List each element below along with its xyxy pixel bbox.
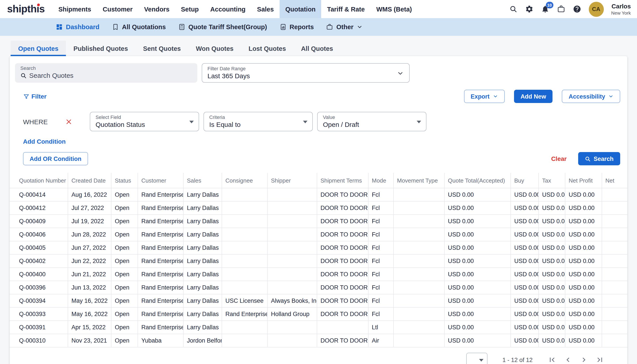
- cell-sales: Larry Dallas: [183, 321, 222, 334]
- tab-all-quotes[interactable]: All Quotes: [293, 41, 341, 56]
- column-header-shipment-terms[interactable]: Shipment Terms: [317, 173, 368, 188]
- column-header-created-date[interactable]: Created Date: [68, 173, 111, 188]
- column-header-mode[interactable]: Mode: [368, 173, 393, 188]
- add-or-condition-button[interactable]: Add OR Condition: [23, 152, 88, 165]
- topnav-item-accounting[interactable]: Accounting: [205, 0, 251, 18]
- pagination: 1 - 12 of 12: [10, 348, 627, 364]
- table-row-q-000394[interactable]: Q-000394May 16, 2022OpenRand Enterprises…: [10, 294, 627, 308]
- cell-movement-type: [393, 201, 444, 214]
- topnav-item-customer[interactable]: Customer: [97, 0, 138, 18]
- table-row-q-000402[interactable]: Q-000402Jun 22, 2022OpenRand Enterprises…: [10, 254, 627, 268]
- tab-published-quotes[interactable]: Published Quotes: [66, 41, 136, 56]
- settings-gear-icon[interactable]: [525, 5, 533, 13]
- topnav-item-shipments[interactable]: Shipments: [53, 0, 97, 18]
- notifications-bell-icon[interactable]: 10: [541, 5, 549, 13]
- subnav-item-reports[interactable]: Reports: [279, 24, 314, 30]
- user-info[interactable]: Carlos New York: [611, 3, 631, 16]
- cell-created-date: Jun 22, 2022: [68, 254, 111, 268]
- cell-shipper: Always Books, Inc.: [267, 294, 317, 308]
- table-row-q-000409[interactable]: Q-000409Jul 19, 2022OpenRand Enterprises…: [10, 214, 627, 228]
- or-condition-row: Add OR Condition Clear Search: [10, 146, 627, 165]
- table-row-q-000405[interactable]: Q-000405Jun 27, 2022OpenRand Enterprises…: [10, 241, 627, 254]
- page-size-select[interactable]: [466, 353, 487, 364]
- briefcase-icon[interactable]: [557, 5, 565, 13]
- caret-down-icon: [189, 121, 194, 123]
- subnav-item-quote-tariff-sheet-group[interactable]: Quote Tariff Sheet(Group): [178, 24, 267, 30]
- column-header-quote-total-accepted[interactable]: Quote Total(Accepted): [444, 173, 510, 188]
- topnav-item-wms-beta[interactable]: WMS (Beta): [371, 0, 418, 18]
- accessibility-button[interactable]: Accessibility: [562, 90, 620, 103]
- column-header-quotation-number[interactable]: Quotation Number: [10, 173, 68, 188]
- search-icon[interactable]: [509, 5, 517, 13]
- notification-badge: 10: [546, 2, 553, 8]
- search-button[interactable]: Search: [578, 152, 620, 165]
- tab-lost-quotes[interactable]: Lost Quotes: [241, 41, 293, 56]
- table-row-q-000393[interactable]: Q-000393May 16, 2022OpenRand Enterprises…: [10, 308, 627, 321]
- table-row-q-000396[interactable]: Q-000396Jun 13, 2022OpenRand Enterprises…: [10, 281, 627, 294]
- cell-shipper: [267, 321, 317, 334]
- column-header-tax[interactable]: Tax: [538, 173, 565, 188]
- table-row-q-000414[interactable]: Q-000414Aug 16, 2022OpenRand Enterprises…: [10, 188, 627, 201]
- cell-buy: USD 0.00: [510, 228, 538, 241]
- add-condition-link[interactable]: Add Condition: [23, 138, 66, 145]
- column-header-buy[interactable]: Buy: [510, 173, 538, 188]
- topnav-item-sales[interactable]: Sales: [251, 0, 279, 18]
- date-range-select[interactable]: Filter Date Range Last 365 Days: [202, 63, 410, 83]
- column-header-sales[interactable]: Sales: [183, 173, 222, 188]
- clear-link[interactable]: Clear: [551, 155, 567, 162]
- tab-sent-quotes[interactable]: Sent Quotes: [136, 41, 188, 56]
- remove-condition-icon[interactable]: [66, 118, 72, 125]
- search-field[interactable]: Search: [15, 63, 197, 83]
- cell-shipment-terms: DOOR TO DOOR: [317, 268, 368, 281]
- table-row-q-000412[interactable]: Q-000412Jul 27, 2022OpenRand Enterprises…: [10, 201, 627, 214]
- next-page-icon[interactable]: [579, 356, 588, 364]
- topnav-item-vendors[interactable]: Vendors: [138, 0, 175, 18]
- subnav-item-other[interactable]: Other: [326, 24, 363, 30]
- cell-buy: USD 0.00: [510, 281, 538, 294]
- last-page-icon[interactable]: [595, 356, 604, 364]
- topnav-item-setup[interactable]: Setup: [175, 0, 205, 18]
- export-button-label: Export: [471, 93, 490, 100]
- first-page-icon[interactable]: [548, 356, 556, 364]
- column-header-consignee[interactable]: Consignee: [222, 173, 267, 188]
- table-row-q-000310[interactable]: Q-000310Nov 23, 2021OpenYubabaJordon Bel…: [10, 334, 627, 347]
- cell-created-date: Aug 16, 2022: [68, 188, 111, 201]
- search-input[interactable]: [29, 72, 184, 79]
- topnav-item-tariff-rate[interactable]: Tariff & Rate: [321, 0, 371, 18]
- tab-won-quotes[interactable]: Won Quotes: [188, 41, 241, 56]
- subnav-item-all-quotations[interactable]: All Quotations: [112, 24, 166, 30]
- export-button[interactable]: Export: [464, 90, 505, 103]
- column-header-customer[interactable]: Customer: [138, 173, 183, 188]
- subnav-item-dashboard[interactable]: Dashboard: [56, 24, 100, 30]
- add-new-button[interactable]: Add New: [514, 90, 553, 103]
- tab-open-quotes[interactable]: Open Quotes: [11, 41, 66, 56]
- column-header-net[interactable]: Net: [602, 173, 627, 188]
- cell-consignee: [222, 268, 267, 281]
- table-row-q-000406[interactable]: Q-000406Jun 28, 2022OpenRand Enterprises…: [10, 228, 627, 241]
- topnav-item-quotation[interactable]: Quotation: [279, 0, 321, 18]
- cell-shipper: [267, 214, 317, 228]
- previous-page-icon[interactable]: [564, 356, 572, 364]
- cell-shipment-terms: DOOR TO DOOR: [317, 334, 368, 347]
- cell-sales: Larry Dallas: [183, 214, 222, 228]
- column-header-shipper[interactable]: Shipper: [267, 173, 317, 188]
- table-row-q-000391[interactable]: Q-000391Apr 15, 2022OpenRand Enterprises…: [10, 321, 627, 334]
- cell-sales: Larry Dallas: [183, 268, 222, 281]
- condition-criteria-select[interactable]: Criteria Is Equal to: [203, 112, 313, 131]
- where-label: WHERE: [23, 118, 66, 125]
- filter-toggle[interactable]: Filter: [23, 93, 47, 100]
- cell-status: Open: [111, 201, 138, 214]
- cell-quote-total-accepted: USD 0.00: [444, 254, 510, 268]
- avatar[interactable]: CA: [588, 2, 604, 16]
- table-row-q-000400[interactable]: Q-000400Jun 21, 2022OpenRand Enterprises…: [10, 268, 627, 281]
- briefcase-icon: [326, 24, 333, 30]
- column-header-movement-type[interactable]: Movement Type: [393, 173, 444, 188]
- quotes-tabs: Open Quotes Published Quotes Sent Quotes…: [11, 41, 637, 56]
- condition-field-select[interactable]: Select Field Quotation Status: [90, 112, 199, 131]
- user-name: Carlos: [611, 3, 631, 10]
- help-icon[interactable]: [573, 5, 581, 13]
- column-header-status[interactable]: Status: [111, 173, 138, 188]
- column-header-net-profit[interactable]: Net Profit: [565, 173, 602, 188]
- condition-value-select[interactable]: Value Open / Draft: [317, 112, 426, 131]
- brand-logo[interactable]: shipthis: [0, 0, 53, 18]
